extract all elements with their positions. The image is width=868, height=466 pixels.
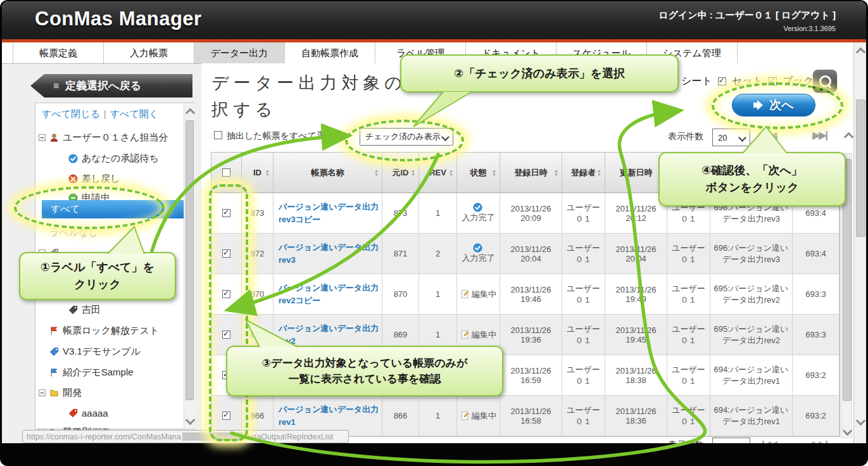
pager-first-bottom[interactable]: |◀◀	[762, 438, 776, 443]
report-name-link[interactable]: バージョン違いデータ出力rev3	[279, 241, 381, 266]
tree-item-11[interactable]: 紹介デモSample	[35, 363, 182, 381]
select-all-checkbox[interactable]	[214, 131, 222, 139]
page-scrollbar-thumb[interactable]	[856, 99, 865, 237]
page-scrollbar[interactable]	[853, 42, 866, 443]
sort-arrows-icon[interactable]: ▲▼	[411, 169, 415, 177]
cell-upd: 2013/11/26 20:04	[605, 234, 667, 274]
login-status[interactable]: ログイン中 : ユーザー０１ [ ログアウト ]	[658, 9, 836, 22]
tree-item-9[interactable]: 帳票ロック解放テスト	[35, 322, 182, 339]
page-size-label-bottom: 表示件数	[668, 439, 703, 443]
folder-yellow-icon	[49, 388, 59, 398]
cell-reg_user: ユーザー０１	[562, 355, 605, 396]
sidebar-scrollbar[interactable]	[184, 104, 194, 428]
cell-status: 入力完了	[457, 234, 500, 274]
column-header-reg_user[interactable]: 登録者▲▼	[562, 153, 605, 193]
status-label: 編集中	[472, 329, 496, 341]
column-header-reg[interactable]: 登録日時▲▼	[500, 153, 562, 193]
tree-item-3[interactable]: 差し戻し	[35, 170, 182, 187]
cell-value: 696:バージョン違いデータ出力rev3	[712, 242, 791, 265]
table-scroll-down-icon[interactable]	[843, 426, 853, 436]
cell-value: 693:4	[805, 208, 826, 218]
sort-arrows-icon[interactable]: ▲▼	[374, 169, 379, 177]
report-name-link[interactable]: バージョン違いデータ出力rev2コピー	[279, 282, 381, 306]
column-header-label: 状態	[470, 167, 487, 179]
collapse-all-link[interactable]: すべて閉じる	[42, 108, 100, 119]
type-filter-checkbox-1[interactable]	[718, 77, 726, 85]
tag-red-icon	[68, 408, 78, 418]
tab-1[interactable]: 帳票定義	[13, 42, 104, 63]
cell-value: 869	[251, 330, 265, 339]
input-done-status-icon	[473, 203, 482, 212]
cell-value: ユーザー０１	[563, 324, 603, 346]
expand-all-link[interactable]: すべて開く	[110, 108, 158, 119]
pager-first-button[interactable]: |◀◀	[762, 129, 776, 142]
cell-name: バージョン違いデータ出力rev3	[274, 234, 382, 274]
cell-upd_user: ユーザー０１	[667, 396, 710, 436]
page-scroll-down-icon[interactable]	[856, 416, 866, 426]
cell-reg: 2013/11/26 19:46	[500, 274, 562, 315]
tree-item-12[interactable]: 開発	[35, 384, 182, 401]
pager-last-bottom[interactable]: ▶▶|	[812, 438, 826, 443]
table-scroll-up-icon[interactable]	[844, 132, 853, 142]
pager-last-button[interactable]: ▶▶|	[812, 129, 826, 142]
sort-arrows-icon[interactable]: ▲▼	[597, 169, 601, 177]
cell-value: 694:バージョン違いデータ出力rev1	[712, 364, 791, 387]
flag-blue-icon	[49, 368, 59, 377]
page-size-select-bottom[interactable]	[712, 438, 750, 443]
back-to-definition-button[interactable]: ≡ 定義選択へ戻る	[30, 74, 192, 98]
column-header-id[interactable]: ID▲▼	[242, 153, 274, 193]
cell-value: 869	[394, 330, 408, 339]
cell-value: ユーザー０１	[669, 364, 708, 387]
scroll-down-icon[interactable]	[186, 415, 196, 425]
tag-blue-icon	[49, 347, 59, 356]
tree-item-label: 差し戻し	[82, 173, 120, 185]
tree-item-label: 吉田	[82, 304, 101, 316]
cell-value: 2013/11/26 16:58	[501, 406, 560, 425]
select-all-rows-checkbox[interactable]	[222, 168, 230, 177]
sort-arrows-icon[interactable]: ▲▼	[265, 169, 270, 177]
cell-upd: 2013/11/26 18:36	[605, 396, 667, 436]
column-header-label: 登録者	[571, 167, 596, 179]
tree-item-1[interactable]: ユーザー０１さん担当分	[35, 129, 182, 146]
tree-expander-icon[interactable]	[39, 134, 46, 141]
cell-rev: 1	[419, 193, 457, 234]
sort-arrows-icon[interactable]: ▲▼	[492, 169, 496, 177]
sort-arrows-icon[interactable]: ▲▼	[554, 169, 558, 177]
tree-item-13[interactable]: aaaaa	[35, 404, 182, 422]
editing-status-icon	[460, 330, 470, 339]
report-name-link[interactable]: バージョン違いデータ出力rev3コピー	[279, 201, 381, 225]
column-header-name[interactable]: 帳票名称▲▼	[274, 153, 382, 193]
report-name-link[interactable]: バージョン違いデータ出力rev1	[279, 403, 381, 428]
cell-value: 870	[394, 289, 408, 299]
page-size-select[interactable]: 20	[712, 129, 750, 146]
cell-value: 695:バージョン違いデータ出力rev2	[712, 283, 791, 306]
callout-step2: ②「チェック済のみ表示」を選択	[400, 54, 679, 92]
tree-item-label: V3.1デモサンプル	[63, 346, 141, 358]
tree-item-8[interactable]: 吉田	[35, 301, 182, 318]
sort-arrows-icon[interactable]: ▲▼	[449, 169, 453, 177]
app-title: ConMas Manager	[35, 8, 202, 30]
tree-item-label: あなたの承認待ち	[82, 153, 159, 165]
column-header-status[interactable]: 状態▲▼	[457, 153, 500, 193]
tab-3[interactable]: データー出力	[194, 42, 285, 63]
tree-item-2[interactable]: あなたの承認待ち	[35, 149, 182, 167]
cell-value: ユーザー０１	[669, 242, 708, 265]
url-prefix: https://conmas-i-reporter.com/ConMasMana	[27, 432, 181, 441]
tab-4[interactable]: 自動帳票作成	[285, 42, 375, 63]
page-size-label: 表示件数	[668, 131, 703, 142]
cell-value: 873	[394, 208, 408, 218]
cell-upd_user: ユーザー０１	[667, 355, 710, 396]
scroll-up-icon[interactable]	[186, 108, 196, 118]
cell-value: 2	[436, 249, 440, 258]
tree-expander-icon[interactable]	[39, 389, 46, 396]
report-name-link[interactable]: バージョン違いデータ出力rev2	[279, 322, 381, 347]
tab-2[interactable]: 入力帳票	[104, 42, 194, 63]
page-scroll-up-icon[interactable]	[856, 47, 866, 58]
cell-upd: 2013/11/26 19:45	[605, 315, 667, 355]
tree-item-10[interactable]: V3.1デモサンプル	[35, 343, 182, 360]
cell-upd: 2013/11/26 19:49	[605, 274, 667, 315]
scrollbar-thumb[interactable]	[186, 120, 194, 400]
cell-org_id: 871	[382, 234, 419, 274]
header: ConMas Manager ログイン中 : ユーザー０１ [ ログアウト ] …	[2, 1, 866, 39]
cell-upd: 2013/11/26 18:38	[605, 355, 667, 396]
